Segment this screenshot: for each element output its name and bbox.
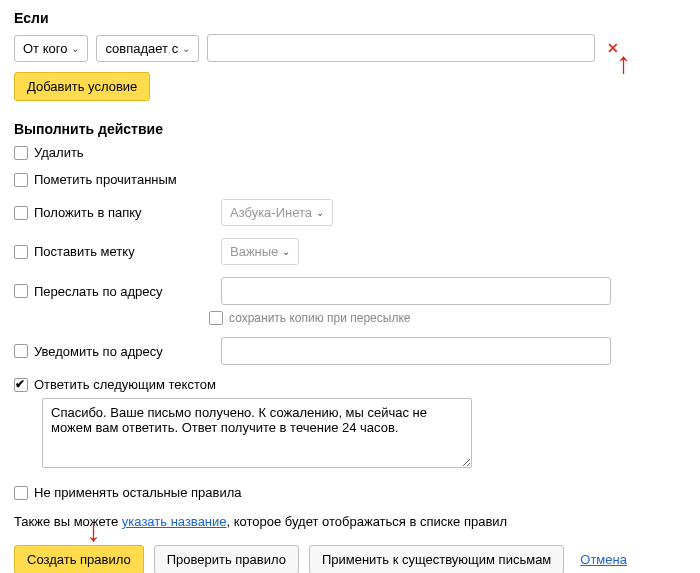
label-save-copy: сохранить копию при пересылке bbox=[229, 311, 410, 325]
specify-name-link[interactable]: указать название bbox=[122, 514, 227, 529]
check-rule-button[interactable]: Проверить правило bbox=[154, 545, 299, 573]
label-notify: Уведомить по адресу bbox=[34, 344, 163, 359]
checkbox-notify[interactable] bbox=[14, 344, 28, 358]
folder-dropdown-label: Азбука-Инета bbox=[230, 205, 312, 220]
create-rule-button[interactable]: Создать правило bbox=[14, 545, 144, 573]
bottom-buttons: Создать правило Проверить правило Примен… bbox=[14, 545, 686, 573]
note-prefix: Также вы можете bbox=[14, 514, 122, 529]
from-dropdown-label: От кого bbox=[23, 41, 67, 56]
label-delete: Удалить bbox=[34, 145, 84, 160]
checkbox-move-folder[interactable] bbox=[14, 206, 28, 220]
checkbox-forward[interactable] bbox=[14, 284, 28, 298]
checkbox-no-other-rules[interactable] bbox=[14, 486, 28, 500]
checkbox-reply[interactable] bbox=[14, 378, 28, 392]
cancel-link[interactable]: Отмена bbox=[580, 552, 627, 567]
chevron-down-icon: ⌄ bbox=[282, 246, 290, 257]
apply-existing-button[interactable]: Применить к существующим письмам bbox=[309, 545, 564, 573]
checkbox-delete[interactable] bbox=[14, 146, 28, 160]
note-line: Также вы можете указать название, которо… bbox=[14, 514, 686, 529]
checkbox-mark-read[interactable] bbox=[14, 173, 28, 187]
condition-title: Если bbox=[14, 10, 686, 26]
label-dropdown[interactable]: Важные ⌄ bbox=[221, 238, 299, 265]
checkbox-save-copy[interactable] bbox=[209, 311, 223, 325]
remove-condition-icon[interactable]: ✕ bbox=[603, 40, 623, 56]
match-dropdown[interactable]: совпадает с ⌄ bbox=[96, 35, 199, 62]
actions-title: Выполнить действие bbox=[14, 121, 686, 137]
reply-textarea[interactable]: Спасибо. Ваше письмо получено. К сожален… bbox=[42, 398, 472, 468]
folder-dropdown[interactable]: Азбука-Инета ⌄ bbox=[221, 199, 333, 226]
label-reply: Ответить следующим текстом bbox=[34, 377, 216, 392]
notify-input[interactable] bbox=[221, 337, 611, 365]
condition-value-input[interactable] bbox=[207, 34, 595, 62]
checkbox-set-label[interactable] bbox=[14, 245, 28, 259]
label-mark-read: Пометить прочитанным bbox=[34, 172, 177, 187]
forward-input[interactable] bbox=[221, 277, 611, 305]
chevron-down-icon: ⌄ bbox=[71, 43, 79, 54]
label-dropdown-label: Важные bbox=[230, 244, 278, 259]
chevron-down-icon: ⌄ bbox=[316, 207, 324, 218]
add-condition-button[interactable]: Добавить условие bbox=[14, 72, 150, 101]
label-no-other-rules: Не применять остальные правила bbox=[34, 485, 241, 500]
note-suffix: , которое будет отображаться в списке пр… bbox=[227, 514, 508, 529]
chevron-down-icon: ⌄ bbox=[182, 43, 190, 54]
label-move-folder: Положить в папку bbox=[34, 205, 142, 220]
match-dropdown-label: совпадает с bbox=[105, 41, 178, 56]
from-dropdown[interactable]: От кого ⌄ bbox=[14, 35, 88, 62]
condition-row: От кого ⌄ совпадает с ⌄ ✕ bbox=[14, 34, 686, 62]
label-forward: Переслать по адресу bbox=[34, 284, 163, 299]
label-set-label: Поставить метку bbox=[34, 244, 135, 259]
